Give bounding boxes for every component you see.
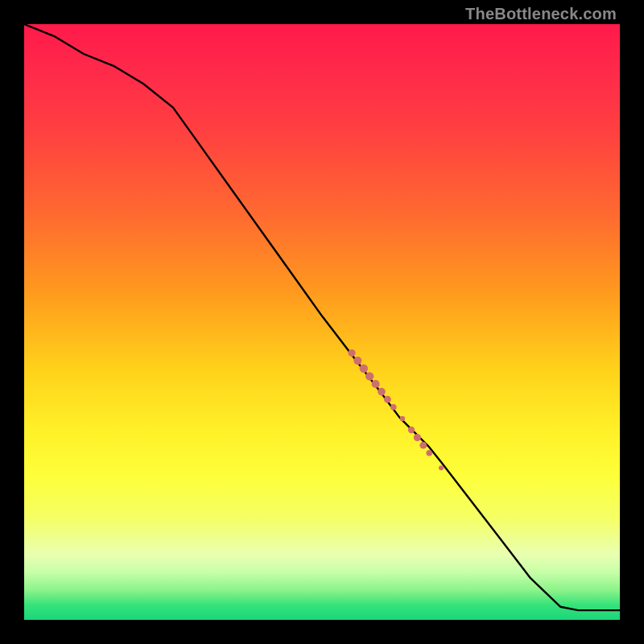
curve-marker [378, 388, 386, 396]
curve-marker [414, 434, 421, 441]
curve-marker [408, 427, 415, 433]
curve-svg [24, 24, 620, 620]
curve-marker [419, 442, 427, 449]
curve-markers [348, 349, 444, 470]
watermark-text: TheBottleneck.com [465, 5, 617, 23]
chart-stage: TheBottleneck.com [0, 0, 644, 644]
plot-area [24, 24, 620, 620]
curve-marker [353, 357, 361, 365]
curve-marker [390, 404, 397, 411]
curve-marker [426, 450, 432, 456]
bottleneck-curve [24, 24, 620, 610]
curve-marker [372, 380, 380, 388]
curve-marker [400, 416, 405, 421]
curve-marker [384, 396, 391, 403]
curve-marker [360, 365, 368, 373]
curve-marker [439, 465, 444, 470]
curve-marker [348, 349, 355, 357]
curve-marker [365, 372, 374, 380]
